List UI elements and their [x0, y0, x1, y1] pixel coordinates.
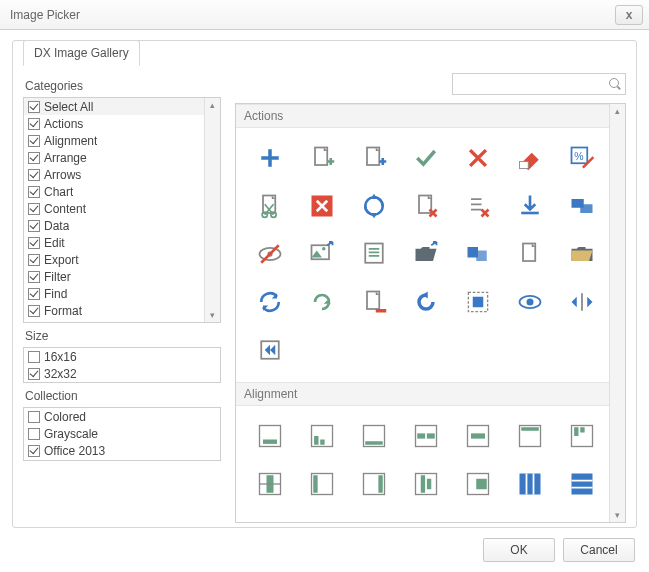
folder-icon[interactable] — [558, 232, 606, 276]
list-item[interactable]: Colored — [24, 408, 220, 425]
checkbox[interactable] — [28, 135, 40, 147]
download-icon[interactable] — [506, 184, 554, 228]
remove-file-icon[interactable] — [350, 280, 398, 324]
align-bottom-left-icon[interactable] — [298, 414, 346, 458]
list-item[interactable]: Content — [24, 200, 204, 217]
checkbox[interactable] — [28, 411, 40, 423]
cancel-icon[interactable] — [454, 136, 502, 180]
checkbox[interactable] — [28, 428, 40, 440]
hide-icon[interactable] — [246, 232, 294, 276]
align-top-icon[interactable] — [506, 414, 554, 458]
align-center-icon[interactable] — [402, 414, 450, 458]
list-item[interactable]: 16x16 — [24, 348, 220, 365]
justify-cols-icon[interactable] — [506, 462, 554, 506]
align-bottom-center-icon[interactable] — [246, 414, 294, 458]
list-item[interactable]: Actions — [24, 115, 204, 132]
window-title: Image Picker — [10, 8, 80, 22]
svg-rect-18 — [476, 251, 487, 262]
list-item[interactable]: Edit — [24, 234, 204, 251]
insert-image-icon[interactable] — [298, 232, 346, 276]
checkbox[interactable] — [28, 351, 40, 363]
gallery-scrollbar[interactable]: ▴ ▾ — [609, 104, 625, 522]
size-label: Size — [25, 329, 221, 343]
show-icon[interactable] — [506, 280, 554, 324]
squeeze-icon[interactable] — [558, 280, 606, 324]
clear-format-icon[interactable]: % — [558, 136, 606, 180]
stretch-icon[interactable] — [246, 328, 294, 372]
sync-icon[interactable] — [246, 280, 294, 324]
svg-rect-42 — [574, 427, 578, 436]
reset-icon[interactable] — [402, 280, 450, 324]
list-item[interactable]: Office 2013 — [24, 442, 220, 459]
close-box-icon[interactable] — [298, 184, 346, 228]
svg-rect-31 — [320, 440, 324, 445]
checkbox[interactable] — [28, 152, 40, 164]
checkbox[interactable] — [28, 254, 40, 266]
list-item[interactable]: Chart — [24, 183, 204, 200]
new-doc-icon[interactable] — [506, 232, 554, 276]
cancel-button[interactable]: Cancel — [563, 538, 635, 562]
list-item[interactable]: Format — [24, 302, 204, 319]
checkbox[interactable] — [28, 220, 40, 232]
align-left-icon[interactable] — [298, 462, 346, 506]
checkbox[interactable] — [28, 237, 40, 249]
checkbox[interactable] — [28, 445, 40, 457]
refresh-icon[interactable] — [350, 184, 398, 228]
ok-button[interactable]: OK — [483, 538, 555, 562]
apply-icon[interactable] — [402, 136, 450, 180]
list-item[interactable]: Alignment — [24, 132, 204, 149]
list-item[interactable]: Filter — [24, 268, 204, 285]
redo-icon[interactable] — [298, 280, 346, 324]
add-file-icon[interactable] — [350, 136, 398, 180]
svg-rect-30 — [314, 436, 318, 445]
checkbox[interactable] — [28, 288, 40, 300]
scrollbar[interactable]: ▴ ▾ — [204, 98, 220, 322]
justify-rows-icon[interactable] — [558, 462, 606, 506]
select-all-icon[interactable] — [454, 280, 502, 324]
checkbox[interactable] — [28, 186, 40, 198]
checkbox[interactable] — [28, 203, 40, 215]
checkbox[interactable] — [28, 101, 40, 113]
list-item[interactable]: 32x32 — [24, 365, 220, 382]
icon-gallery[interactable]: ▴ ▾ Actions % Alignment — [235, 103, 626, 523]
list-item[interactable]: Select All — [24, 98, 204, 115]
collection-list[interactable]: ColoredGrayscaleOffice 2013 — [23, 407, 221, 461]
svg-point-24 — [527, 299, 534, 306]
list-item-label: Office 2013 — [44, 444, 105, 458]
list-item[interactable]: Export — [24, 251, 204, 268]
checkbox[interactable] — [28, 305, 40, 317]
group-icon[interactable] — [558, 184, 606, 228]
new-file-icon[interactable] — [298, 136, 346, 180]
open-folder-icon[interactable] — [402, 232, 450, 276]
align-right-icon[interactable] — [350, 462, 398, 506]
align-middle-right-icon[interactable] — [454, 462, 502, 506]
checkbox[interactable] — [28, 368, 40, 380]
align-horiz-center-icon[interactable] — [246, 462, 294, 506]
size-list[interactable]: 16x1632x32 — [23, 347, 221, 383]
list-item[interactable]: Data — [24, 217, 204, 234]
add-icon[interactable] — [246, 136, 294, 180]
align-vert-center-icon[interactable] — [402, 462, 450, 506]
categories-list[interactable]: ▴ ▾ Select AllActionsAlignmentArrangeArr… — [23, 97, 221, 323]
list-item[interactable]: Grayscale — [24, 425, 220, 442]
list-item[interactable]: Arrows — [24, 166, 204, 183]
align-middle-icon[interactable] — [454, 414, 502, 458]
list-item[interactable]: Find — [24, 285, 204, 302]
cut-icon[interactable] — [246, 184, 294, 228]
tab-image-gallery[interactable]: DX Image Gallery — [23, 40, 140, 66]
list-item[interactable]: Arrange — [24, 149, 204, 166]
svg-rect-50 — [416, 474, 437, 495]
delete-file-icon[interactable] — [402, 184, 450, 228]
checkbox[interactable] — [28, 118, 40, 130]
list-icon[interactable] — [350, 232, 398, 276]
align-bottom-right-icon[interactable] — [350, 414, 398, 458]
search-box[interactable] — [452, 73, 626, 95]
align-top-left-icon[interactable] — [558, 414, 606, 458]
checkbox[interactable] — [28, 169, 40, 181]
checkbox[interactable] — [28, 271, 40, 283]
search-input[interactable] — [459, 77, 609, 91]
close-button[interactable]: x — [615, 5, 643, 25]
delete-list-icon[interactable] — [454, 184, 502, 228]
merge-icon[interactable] — [454, 232, 502, 276]
clear-icon[interactable] — [506, 136, 554, 180]
